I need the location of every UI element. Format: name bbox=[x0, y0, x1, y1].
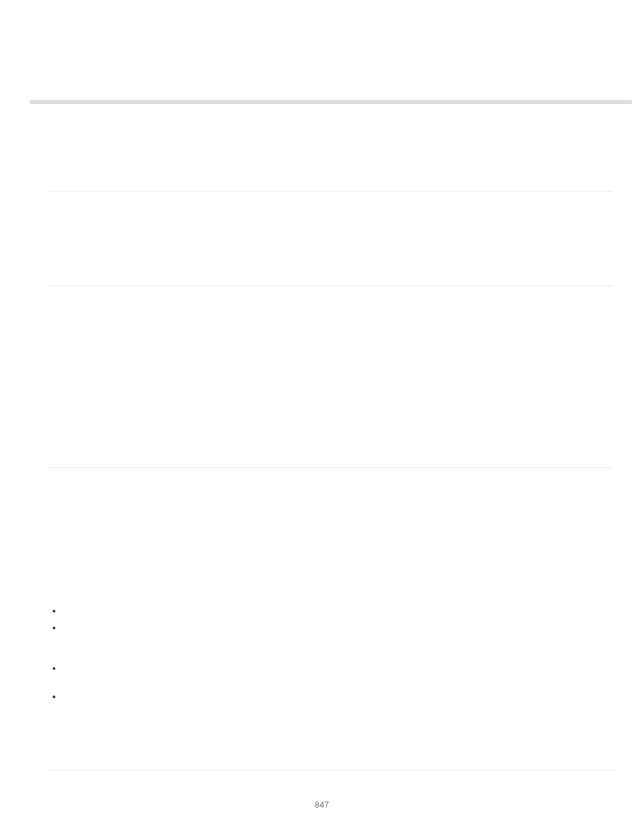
list-bullet bbox=[53, 627, 55, 629]
section-divider bbox=[47, 467, 613, 468]
list-bullet bbox=[53, 667, 55, 670]
section-divider bbox=[47, 191, 613, 192]
document-page: 847 bbox=[0, 0, 644, 834]
section-divider bbox=[47, 770, 613, 771]
page-number: 847 bbox=[0, 800, 644, 810]
section-divider bbox=[47, 286, 613, 286]
list-bullet bbox=[53, 610, 55, 613]
page-top-divider bbox=[30, 100, 632, 104]
list-bullet bbox=[53, 696, 55, 698]
